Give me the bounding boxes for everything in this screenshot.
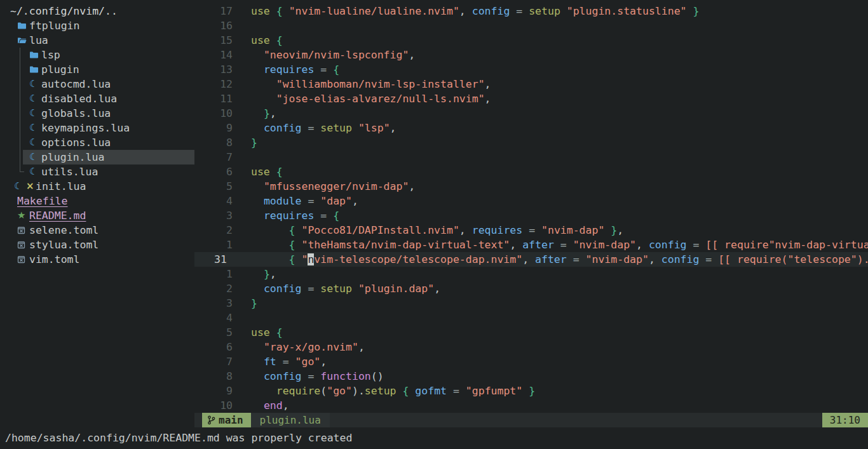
tree-item-lsp[interactable]: lsp <box>0 48 194 62</box>
toml-file-icon <box>17 241 29 249</box>
code-line[interactable]: 9 config = setup "lsp", <box>194 121 868 135</box>
tree-item-label: globals.lua <box>41 106 111 121</box>
tree-item-plugin[interactable]: plugin <box>0 62 194 77</box>
tree-item-label: selene.toml <box>29 223 98 238</box>
code-line[interactable]: 17use { "nvim-lualine/lualine.nvim", con… <box>194 4 868 18</box>
lua-file-icon: ☾ <box>29 150 41 164</box>
tree-item-label: plugin <box>41 62 79 77</box>
code-line[interactable]: 3} <box>194 296 868 311</box>
file-tree: ftpluginlualspplugin☾autocmd.lua☾disable… <box>0 18 194 267</box>
code-line[interactable]: 13 requires = { <box>194 62 868 77</box>
code-text: config = setup "plugin.dap", <box>251 281 868 296</box>
code-text: "jose-elias-alvarez/null-ls.nvim", <box>251 91 868 106</box>
code-text: use { <box>251 33 868 48</box>
code-line[interactable]: 4 module = "dap", <box>194 194 868 208</box>
line-number: 15 <box>194 33 233 48</box>
lua-file-icon: ☾ <box>29 135 41 150</box>
code-line[interactable]: 7 ft = "go", <box>194 354 868 369</box>
tree-item-label: Makefile <box>17 194 67 208</box>
tree-item-label: keymapings.lua <box>41 121 130 135</box>
line-number: 11 <box>194 91 233 106</box>
tree-item-utils-lua[interactable]: ☾utils.lua <box>0 164 194 179</box>
tree-guide <box>20 48 20 62</box>
code-line[interactable]: 1 }, <box>194 267 868 281</box>
code-line[interactable]: 8} <box>194 135 868 150</box>
code-text: { "theHamsta/nvim-dap-virtual-text", aft… <box>251 238 868 252</box>
code-text: }, <box>251 106 868 121</box>
tree-item-label: README.md <box>29 208 86 223</box>
folder-icon <box>29 65 41 74</box>
tree-item-disabled-lua[interactable]: ☾disabled.lua <box>0 91 194 106</box>
tree-item-vim-toml[interactable]: vim.toml <box>0 252 194 267</box>
statusline-filename: plugin.lua <box>251 413 330 427</box>
code-line[interactable]: 2 config = setup "plugin.dap", <box>194 281 868 296</box>
tree-root-path: ~/.config/nvim/.. <box>0 4 194 18</box>
tree-item-stylua-toml[interactable]: stylua.toml <box>0 238 194 252</box>
code-text: }, <box>251 267 868 281</box>
code-line-current[interactable]: 31 { "nvim-telescope/telescope-dap.nvim"… <box>194 252 868 267</box>
line-number: 1 <box>194 267 233 281</box>
code-line[interactable]: 5use { <box>194 325 868 340</box>
line-number: 4 <box>194 311 233 325</box>
tree-guide-elbow <box>20 164 24 172</box>
code-line[interactable]: 8 config = function() <box>194 369 868 384</box>
code-line[interactable]: 1 { "theHamsta/nvim-dap-virtual-text", a… <box>194 238 868 252</box>
line-number: 7 <box>194 150 233 164</box>
tree-item-selene-toml[interactable]: selene.toml <box>0 223 194 238</box>
code-text: config = function() <box>251 369 868 384</box>
code-line[interactable]: 6use { <box>194 164 868 179</box>
nvim-terminal-window: ~/.config/nvim/.. ftpluginlualspplugin☾a… <box>0 0 868 449</box>
tree-item-globals-lua[interactable]: ☾globals.lua <box>0 106 194 121</box>
code-text: module = "dap", <box>251 194 868 208</box>
line-number: 10 <box>194 106 233 121</box>
code-text: ft = "go", <box>251 354 868 369</box>
tree-item-keymapings-lua[interactable]: ☾keymapings.lua <box>0 121 194 135</box>
tree-item-makefile[interactable]: Makefile <box>0 194 194 208</box>
code-line[interactable]: 7 <box>194 150 868 164</box>
line-number: 31 <box>194 252 233 267</box>
code-line[interactable]: 11 "jose-elias-alvarez/null-ls.nvim", <box>194 91 868 106</box>
code-line[interactable]: 16 <box>194 18 868 33</box>
tree-guide <box>20 62 20 77</box>
tree-guide <box>20 121 20 135</box>
code-text: requires = { <box>251 62 868 77</box>
tree-item-readme-md[interactable]: ★README.md <box>0 208 194 223</box>
line-number: 5 <box>194 325 233 340</box>
tree-item-lua[interactable]: lua <box>0 33 194 48</box>
code-text: use { <box>251 325 868 340</box>
code-line[interactable]: 12 "williamboman/nvim-lsp-installer", <box>194 77 868 91</box>
code-line[interactable]: 15use { <box>194 33 868 48</box>
code-line[interactable]: 5 "mfussenegger/nvim-dap", <box>194 179 868 194</box>
code-text: use { <box>251 164 868 179</box>
code-text: use { "nvim-lualine/lualine.nvim", confi… <box>251 4 868 18</box>
tree-item-init-lua[interactable]: ☾×init.lua <box>0 179 194 194</box>
code-line[interactable]: 4 <box>194 311 868 325</box>
tree-item-plugin-lua[interactable]: ☾plugin.lua <box>0 150 194 164</box>
code-line[interactable]: 6 "ray-x/go.nvim", <box>194 340 868 354</box>
tree-item-label: plugin.lua <box>41 150 104 164</box>
lua-file-icon: ☾ <box>29 164 41 179</box>
star-icon: ★ <box>17 208 29 223</box>
code-line[interactable]: 2 { "Pocco81/DAPInstall.nvim", requires … <box>194 223 868 238</box>
code-line[interactable]: 3 requires = { <box>194 208 868 223</box>
editor-buffer[interactable]: 17use { "nvim-lualine/lualine.nvim", con… <box>194 0 868 413</box>
tree-item-ftplugin[interactable]: ftplugin <box>0 18 194 33</box>
tree-item-label: lua <box>29 33 48 48</box>
code-line[interactable]: 10 }, <box>194 106 868 121</box>
code-text <box>251 311 868 325</box>
code-line[interactable]: 10 end, <box>194 398 868 413</box>
toml-file-icon <box>17 255 29 264</box>
git-branch-name: main <box>219 413 243 427</box>
code-line[interactable]: 14 "neovim/nvim-lspconfig", <box>194 48 868 62</box>
tree-guide <box>20 150 20 164</box>
code-text: "neovim/nvim-lspconfig", <box>251 48 868 62</box>
tree-item-autocmd-lua[interactable]: ☾autocmd.lua <box>0 77 194 91</box>
tree-item-options-lua[interactable]: ☾options.lua <box>0 135 194 150</box>
code-line[interactable]: 9 require("go").setup { gofmt = "gpfumpt… <box>194 384 868 398</box>
line-number: 2 <box>194 223 233 238</box>
lua-file-icon: ☾ <box>29 91 41 106</box>
git-branch-segment: main <box>202 413 251 427</box>
line-number: 4 <box>194 194 233 208</box>
code-text: "mfussenegger/nvim-dap", <box>251 179 868 194</box>
tree-item-label: init.lua <box>36 179 86 194</box>
